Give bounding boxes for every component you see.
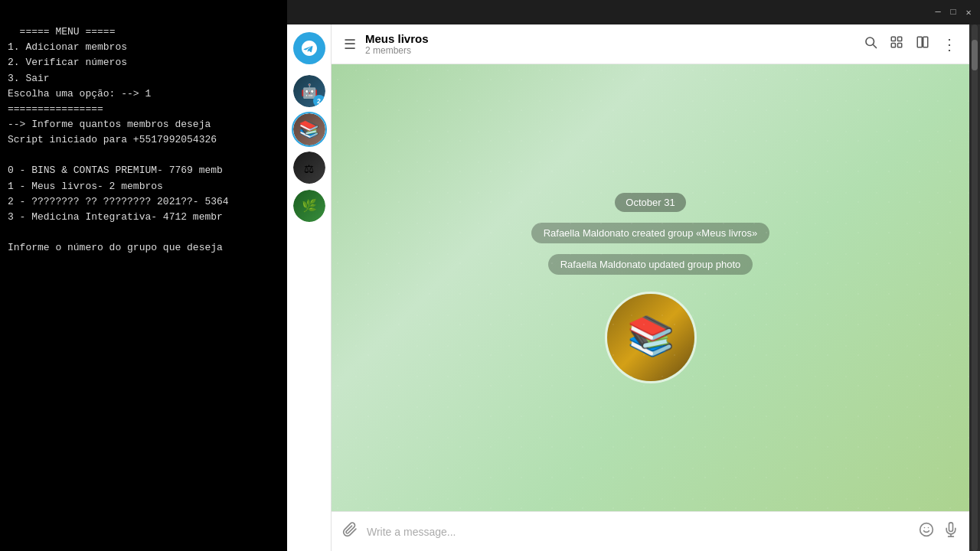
chat-title: Meus livros xyxy=(365,32,854,45)
maximize-button[interactable]: □ xyxy=(948,7,959,18)
title-bar: — □ ✕ xyxy=(287,0,980,24)
chat-0-badge: 2 xyxy=(313,95,325,107)
svg-point-0 xyxy=(866,37,874,46)
sidebar: 🤖 2 📚 ⚖️ 🌿 xyxy=(287,24,332,551)
tg-app: 🤖 2 📚 ⚖️ 🌿 xyxy=(287,24,980,551)
sidebar-chat-3[interactable]: 🌿 xyxy=(293,190,325,222)
svg-rect-2 xyxy=(891,37,895,41)
svg-rect-3 xyxy=(898,37,902,41)
telegram-window: — □ ✕ 🤖 2 📚 xyxy=(287,0,980,551)
menu-icon[interactable]: ☰ xyxy=(344,36,356,53)
emoji-icon[interactable] xyxy=(919,522,934,542)
call-icon[interactable] xyxy=(890,35,903,53)
chat-subtitle: 2 members xyxy=(365,45,854,56)
group-photo: 📚 xyxy=(605,292,697,383)
sidebar-chat-2[interactable]: ⚖️ xyxy=(293,152,325,184)
message-input[interactable] xyxy=(367,526,910,538)
mic-icon[interactable] xyxy=(943,522,959,542)
terminal-content: ===== MENU ===== 1. Adicionar membros 2.… xyxy=(8,26,229,253)
date-badge: October 31 xyxy=(615,193,685,212)
chat-header: ☰ Meus livros 2 members xyxy=(332,24,969,64)
telegram-logo-icon xyxy=(300,39,318,57)
close-button[interactable]: ✕ xyxy=(963,7,974,18)
svg-rect-4 xyxy=(891,44,895,47)
layout-icon[interactable] xyxy=(916,35,929,53)
search-icon[interactable] xyxy=(864,35,877,53)
chat-title-block: Meus livros 2 members xyxy=(365,32,854,56)
scroll-track xyxy=(972,24,978,551)
minimize-button[interactable]: — xyxy=(933,7,943,18)
svg-rect-6 xyxy=(917,37,922,47)
sidebar-chat-1[interactable]: 📚 xyxy=(293,113,325,145)
svg-line-1 xyxy=(874,45,877,48)
more-icon[interactable]: ⋮ xyxy=(942,35,957,54)
scrollbar[interactable] xyxy=(969,24,980,551)
chat-area: ☰ Meus livros 2 members xyxy=(332,24,969,551)
system-message-1: Rafaella Maldonato created group «Meus l… xyxy=(531,223,770,243)
scroll-thumb[interactable] xyxy=(972,40,978,70)
header-icons: ⋮ xyxy=(864,35,957,54)
group-photo-inner: 📚 xyxy=(607,294,694,381)
telegram-logo[interactable] xyxy=(293,32,325,64)
terminal: ===== MENU ===== 1. Adicionar membros 2.… xyxy=(0,0,287,551)
chat-background: October 31 Rafaella Maldonato created gr… xyxy=(332,64,969,511)
system-message-2: Rafaella Maldonato updated group photo xyxy=(548,254,753,275)
input-bar xyxy=(332,511,969,551)
svg-point-8 xyxy=(920,523,933,536)
sidebar-chat-0[interactable]: 🤖 2 xyxy=(293,75,325,107)
svg-rect-5 xyxy=(898,44,902,47)
svg-rect-7 xyxy=(923,37,928,47)
attach-icon[interactable] xyxy=(342,522,358,542)
